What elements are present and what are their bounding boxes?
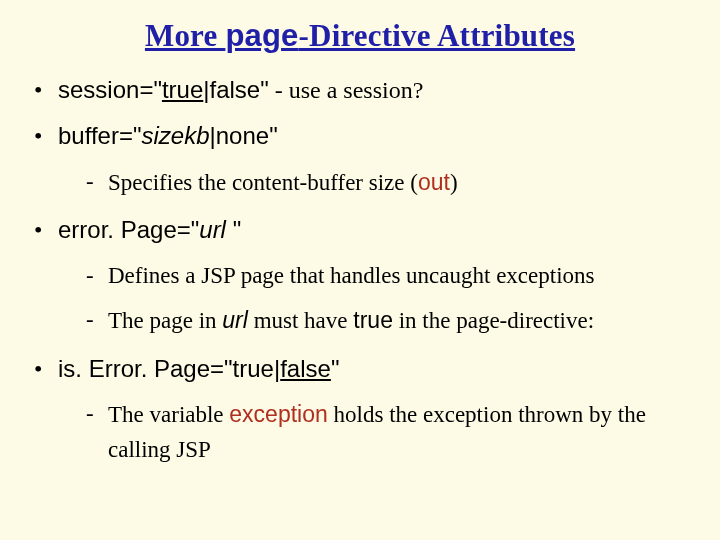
buffer-out: out [418,169,450,195]
bullet-iserrorpage: is. Error. Page="true|false" The variabl… [32,353,696,467]
errorpage-sub2-url: url [222,307,248,333]
errorpage-url: url [199,216,232,243]
bullet-buffer: buffer="sizekb|none" Specifies the conte… [32,120,696,200]
errorpage-sub2-true: true [353,307,393,333]
bullet-list: session="true|false" - use a session? bu… [24,74,696,467]
iserrorpage-eq: =" [210,355,233,382]
iserrorpage-sub1-a: The variable [108,402,229,427]
title-code: page [225,18,298,53]
errorpage-sublist: Defines a JSP page that handles uncaught… [58,259,696,339]
buffer-sublist: Specifies the content-buffer size (out) [58,165,696,201]
session-true: true [162,76,203,103]
errorpage-sub2-c: in the page-directive: [393,308,594,333]
errorpage-sub2: The page in url must have true in the pa… [86,303,696,339]
errorpage-sub1: Defines a JSP page that handles uncaught… [86,259,696,294]
attr-errorpage: error. Page [58,216,177,243]
errorpage-sub2-a: The page in [108,308,222,333]
buffer-sub1-a: Specifies the content-buffer size ( [108,170,418,195]
bullet-session: session="true|false" - use a session? [32,74,696,106]
iserrorpage-exception: exception [229,401,327,427]
buffer-size: sizekb [141,122,209,149]
attr-buffer: buffer [58,122,119,149]
attr-iserrorpage: is. Error. Page [58,355,210,382]
iserrorpage-sub1: The variable exception holds the excepti… [86,397,696,467]
errorpage-eq: =" [177,216,200,243]
buffer-sub1: Specifies the content-buffer size (out) [86,165,696,201]
session-eq: =" [139,76,162,103]
buffer-eq: =" [119,122,142,149]
bullet-errorpage: error. Page="url " Defines a JSP page th… [32,214,696,338]
errorpage-sub1-text: Defines a JSP page that handles uncaught… [108,263,595,288]
iserrorpage-close: " [331,355,340,382]
title-post: -Directive Attributes [299,18,576,53]
attr-session: session [58,76,139,103]
buffer-sub1-b: ) [450,170,458,195]
iserrorpage-false: false [280,355,331,382]
errorpage-sub2-b: must have [248,308,353,333]
buffer-none: none" [216,122,278,149]
slide: More page-Directive Attributes session="… [0,0,720,540]
iserrorpage-true: true [233,355,274,382]
title-pre: More [145,18,225,53]
errorpage-close: " [233,216,242,243]
iserrorpage-sublist: The variable exception holds the excepti… [58,397,696,467]
slide-title: More page-Directive Attributes [24,18,696,54]
session-desc: - use a session? [269,77,424,103]
session-false: false" [210,76,269,103]
